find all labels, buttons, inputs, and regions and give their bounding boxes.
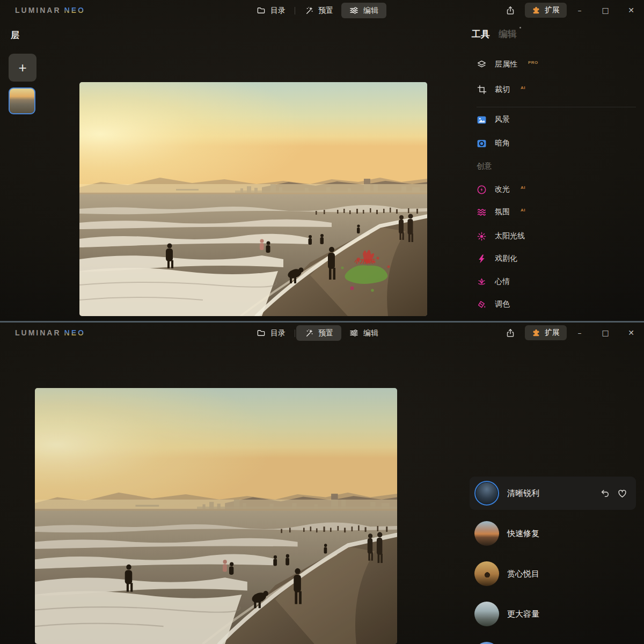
folder-icon (257, 6, 266, 15)
preset-quick-fix[interactable]: 快速修复 (470, 517, 636, 550)
preset-clear-sharp[interactable]: 清晰锐利 (470, 477, 636, 510)
tools-tab[interactable]: 工具 (472, 28, 490, 40)
window-actions: 扩展 – □ ✕ (502, 323, 644, 343)
relight-icon (477, 185, 487, 195)
preset-eye-pleasing[interactable]: 赏心悦目 (470, 557, 636, 590)
section-creative: 创意 (477, 162, 492, 171)
magic-wand-icon (304, 328, 313, 338)
crop-icon (477, 85, 487, 95)
edit-canvas-photo[interactable]: 小刀娱乐 (79, 82, 427, 316)
folder-icon (257, 328, 266, 338)
tool-vignette[interactable]: 暗角 (477, 137, 638, 150)
plus-icon: + (18, 60, 26, 76)
panel-divider (477, 107, 636, 107)
layers-icon (477, 60, 487, 70)
tool-dramatic[interactable]: 戏剧化 (477, 252, 638, 265)
tab-catalog[interactable]: 目录 (248, 3, 294, 18)
share-button[interactable] (502, 325, 518, 341)
magic-wand-icon (304, 6, 313, 15)
close-button[interactable]: ✕ (618, 0, 644, 20)
favorite-heart-icon[interactable] (617, 488, 627, 499)
minimize-button[interactable]: – (567, 323, 592, 343)
extensions-button[interactable]: 扩展 (525, 3, 567, 18)
tool-crop[interactable]: 裁切AI (477, 83, 638, 96)
edit-window: LUMINARNEO 目录 预置 编辑 扩展 – □ ✕ (0, 0, 644, 321)
sunrays-icon (477, 231, 487, 241)
preset-bigger-capacity[interactable]: 更大容量 (470, 597, 636, 631)
vignette-icon (477, 138, 487, 149)
tab-edit[interactable]: 编辑 (341, 325, 386, 341)
sliders-icon (349, 328, 358, 338)
preset-thumbnail (474, 602, 499, 626)
extensions-button[interactable]: 扩展 (525, 325, 567, 340)
tab-presets[interactable]: 预置 (296, 325, 341, 341)
preset-partial[interactable] (470, 638, 636, 644)
mood-lotus-icon (477, 277, 487, 287)
toning-bucket-icon (477, 299, 487, 310)
app-logo: LUMINARNEO (15, 328, 85, 337)
add-layer-button[interactable]: + (9, 54, 36, 82)
undo-icon[interactable] (600, 488, 610, 499)
presets-window: LUMINARNEO 目录 预置 编辑 扩展 – □ ✕ (0, 321, 644, 644)
tool-layer-properties[interactable]: 层属性PRO (477, 58, 638, 71)
atmosphere-icon (477, 207, 487, 217)
preset-thumbnail (474, 521, 499, 546)
dramatic-icon (477, 254, 487, 264)
maximize-button[interactable]: □ (592, 0, 618, 20)
main-nav-tabs: 目录 预置 编辑 (248, 3, 386, 18)
tab-presets[interactable]: 预置 (296, 3, 341, 18)
puzzle-icon (532, 328, 540, 337)
tool-toning[interactable]: 调色 (477, 298, 638, 311)
layers-panel-title: 层 (11, 30, 19, 41)
tab-divider (295, 7, 295, 14)
minimize-button[interactable]: – (567, 0, 592, 20)
puzzle-icon (532, 6, 540, 14)
window-actions: 扩展 – □ ✕ (502, 0, 644, 20)
tab-catalog[interactable]: 目录 (248, 325, 294, 341)
preset-thumbnail (474, 561, 499, 586)
app-logo: LUMINARNEO (15, 6, 85, 14)
tool-relight[interactable]: 改光AI (477, 183, 638, 196)
sliders-icon (349, 6, 358, 15)
share-button[interactable] (502, 2, 518, 18)
edits-tab[interactable]: 编辑 (499, 28, 517, 40)
tool-atmosphere[interactable]: 氛围AI (477, 206, 638, 218)
preview-photo[interactable] (35, 388, 397, 644)
titlebar: LUMINARNEO 目录 预置 编辑 扩展 – □ ✕ (0, 323, 644, 343)
layer-thumbnail[interactable] (9, 87, 35, 114)
close-button[interactable]: ✕ (618, 323, 644, 343)
main-nav-tabs: 目录 预置 编辑 (248, 325, 386, 341)
landscape-icon (477, 115, 487, 125)
preset-thumbnail (474, 481, 499, 506)
modified-dot (519, 27, 521, 28)
tool-sunrays[interactable]: 太阳光线 (477, 230, 638, 243)
tool-landscape[interactable]: 风景 (477, 113, 638, 126)
tool-mood[interactable]: 心情 (477, 275, 638, 288)
tab-edit[interactable]: 编辑 (341, 3, 386, 18)
tools-panel-header: 工具 编辑 (472, 28, 517, 40)
preset-thumbnail (474, 642, 499, 644)
maximize-button[interactable]: □ (592, 323, 618, 343)
titlebar: LUMINARNEO 目录 预置 编辑 扩展 – □ ✕ (0, 0, 644, 20)
tab-divider (295, 330, 295, 337)
